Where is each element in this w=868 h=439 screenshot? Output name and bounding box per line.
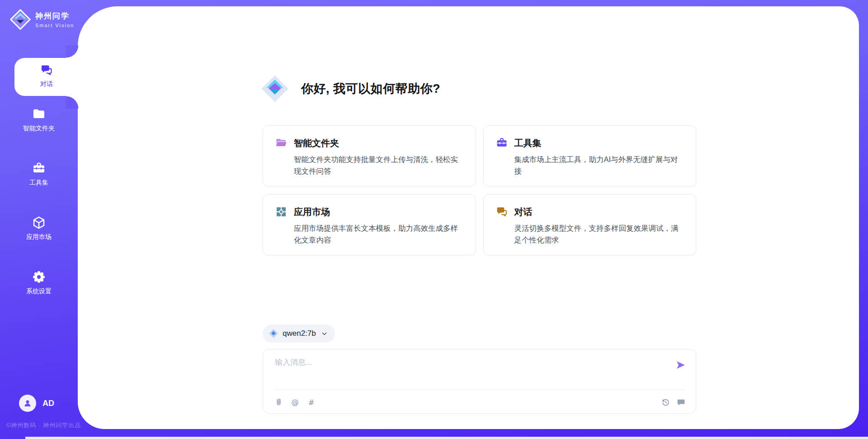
attachment-icon[interactable]: [274, 398, 283, 407]
message-input[interactable]: [275, 357, 655, 385]
brand-logo-diamond-icon: [10, 9, 31, 30]
brand-name: 神州问学: [35, 11, 74, 21]
svg-text:#: #: [308, 398, 315, 407]
folder-open-icon: [275, 137, 288, 149]
tab-fillet-bottom: [66, 96, 79, 109]
card-description: 智能文件夹功能支持批量文件上传与清洗，轻松实现文件问答: [294, 154, 464, 177]
mention-icon[interactable]: @: [290, 398, 300, 407]
greeting-header: 你好, 我可以如何帮助你?: [260, 74, 440, 103]
sidebar-item-app-market[interactable]: 应用市场: [0, 215, 78, 241]
sidebar-item-settings[interactable]: 系统设置: [0, 270, 78, 296]
brand: 神州问学 Smart Vision: [10, 9, 74, 30]
brand-subtitle: Smart Vision: [35, 23, 74, 28]
user-profile[interactable]: AD: [19, 395, 54, 412]
chat-icon: [40, 63, 53, 77]
history-icon[interactable]: [661, 398, 670, 407]
hero-diamond-icon: [260, 74, 289, 103]
chevron-down-icon: [321, 330, 328, 337]
model-diamond-icon: [269, 329, 278, 339]
tab-fillet-top: [66, 45, 79, 58]
sidebar-item-label: 智能文件夹: [0, 124, 78, 133]
grid-icon: [275, 205, 288, 218]
sidebar-item-chat[interactable]: 对话: [14, 58, 79, 96]
message-composer: @ #: [263, 349, 696, 414]
greeting-title: 你好, 我可以如何帮助你?: [301, 81, 440, 97]
gear-icon: [32, 270, 46, 284]
hashtag-icon[interactable]: #: [307, 398, 316, 407]
card-smart-folder[interactable]: 智能文件夹 智能文件夹功能支持批量文件上传与清洗，轻松实现文件问答: [263, 125, 476, 186]
card-title: 应用市场: [294, 206, 330, 218]
sidebar-item-label: 应用市场: [0, 233, 78, 241]
sidebar-item-label: 工具集: [0, 179, 78, 187]
cube-icon: [32, 215, 46, 230]
composer-divider: [274, 390, 685, 390]
svg-text:@: @: [291, 398, 299, 406]
card-app-market[interactable]: 应用市场 应用市场提供丰富长文本模板，助力高效生成多样化文章内容: [263, 194, 476, 255]
toolbox-icon: [495, 137, 508, 149]
card-description: 灵活切换多模型文件，支持多样回复效果调试，满足个性化需求: [514, 223, 684, 246]
card-chat[interactable]: 对话 灵活切换多模型文件，支持多样回复效果调试，满足个性化需求: [483, 194, 697, 255]
sidebar-item-toolset[interactable]: 工具集: [0, 161, 78, 187]
card-toolset[interactable]: 工具集 集成市场上主流工具，助力AI与外界无缝扩展与对接: [483, 125, 697, 186]
card-title: 对话: [514, 206, 533, 218]
model-selector[interactable]: qwen2:7b: [263, 324, 335, 343]
card-title: 智能文件夹: [294, 137, 339, 149]
folder-icon: [32, 107, 46, 121]
toolbox-icon: [32, 161, 46, 176]
sidebar-item-label: 系统设置: [0, 287, 78, 296]
sidebar-item-smart-folder[interactable]: 智能文件夹: [0, 107, 78, 133]
copyright-note: ©神州数码 · 神州问学出品: [6, 421, 81, 429]
person-icon: [22, 398, 33, 409]
chat-bubble-icon[interactable]: [676, 398, 686, 407]
feature-cards: 智能文件夹 智能文件夹功能支持批量文件上传与清洗，轻松实现文件问答 工具集 集成…: [263, 125, 696, 255]
card-description: 集成市场上主流工具，助力AI与外界无缝扩展与对接: [514, 154, 684, 177]
model-name: qwen2:7b: [283, 329, 316, 338]
card-description: 应用市场提供丰富长文本模板，助力高效生成多样化文章内容: [294, 223, 464, 246]
user-initials: AD: [42, 399, 54, 408]
chat-icon: [495, 205, 508, 218]
avatar: [19, 395, 36, 412]
send-icon[interactable]: [675, 360, 686, 370]
card-title: 工具集: [514, 137, 542, 149]
sidebar-item-label: 对话: [14, 80, 79, 88]
horizontal-scrollbar[interactable]: [25, 437, 868, 439]
